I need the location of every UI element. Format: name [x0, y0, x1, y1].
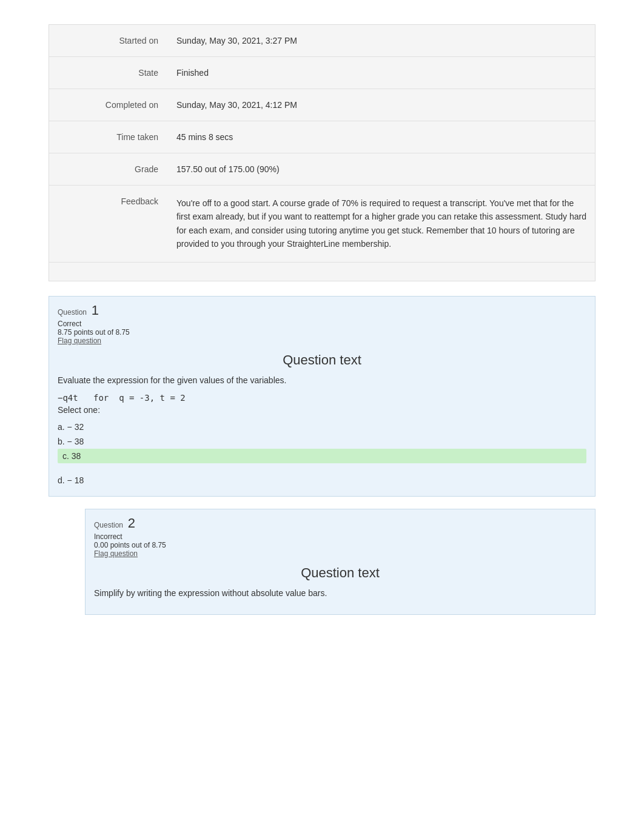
question-1-status: Correct — [58, 320, 586, 328]
summary-table: Started on Sunday, May 30, 2021, 3:27 PM… — [49, 25, 595, 263]
started-on-row: Started on Sunday, May 30, 2021, 3:27 PM — [49, 25, 595, 57]
question-1-flag[interactable]: Flag question — [58, 337, 586, 345]
state-row: State Finished — [49, 57, 595, 89]
feedback-label: Feedback — [49, 186, 170, 263]
question-2-description: Simplify by writing the expression witho… — [94, 587, 586, 600]
question-2-flag[interactable]: Flag question — [94, 549, 586, 558]
question-1-description: Evaluate the expression for the given va… — [58, 374, 586, 387]
question-1-number: 1 — [92, 303, 99, 318]
question-2-body: Simplify by writing the expression witho… — [86, 583, 595, 614]
started-on-label: Started on — [49, 25, 170, 57]
completed-on-label: Completed on — [49, 89, 170, 121]
question-1-title: Question text — [49, 347, 595, 371]
question-2-title: Question text — [86, 560, 595, 583]
started-on-value: Sunday, May 30, 2021, 3:27 PM — [170, 25, 595, 57]
question-2-points: 0.00 points out of 8.75 — [94, 541, 586, 549]
time-taken-value: 45 mins 8 secs — [170, 121, 595, 153]
question-2-header: Question 2 Incorrect 0.00 points out of … — [86, 509, 595, 560]
question-1-points: 8.75 points out of 8.75 — [58, 328, 586, 337]
question-1-expression: −q4t for q = -3, t = 2 — [58, 393, 586, 403]
question-1-block: Question 1 Correct 8.75 points out of 8.… — [49, 296, 595, 497]
question-1-option-a: a. − 32 — [58, 420, 586, 434]
state-label: State — [49, 57, 170, 89]
question-2-number: 2 — [128, 515, 135, 531]
state-value: Finished — [170, 57, 595, 89]
question-1-option-b: b. − 38 — [58, 434, 586, 449]
question-1-label: Question — [58, 308, 87, 317]
time-taken-label: Time taken — [49, 121, 170, 153]
feedback-row: Feedback You're off to a good start. A c… — [49, 186, 595, 263]
question-2-label: Question — [94, 521, 123, 529]
question-1-option-c: c. 38 — [58, 449, 586, 463]
grade-value: 157.50 out of 175.00 (90%) — [170, 153, 595, 186]
feedback-value: You're off to a good start. A course gra… — [170, 186, 595, 263]
question-2-number-line: Question 2 — [94, 515, 586, 531]
question-1-select-one: Select one: — [58, 405, 586, 415]
question-2-block: Question 2 Incorrect 0.00 points out of … — [85, 509, 595, 615]
completed-on-row: Completed on Sunday, May 30, 2021, 4:12 … — [49, 89, 595, 121]
question-1-option-d: d. − 18 — [58, 473, 586, 488]
question-1-body: Evaluate the expression for the given va… — [49, 371, 595, 496]
grade-row: Grade 157.50 out of 175.00 (90%) — [49, 153, 595, 186]
summary-box: Started on Sunday, May 30, 2021, 3:27 PM… — [49, 24, 595, 281]
question-1-number-line: Question 1 — [58, 303, 586, 318]
question-1-outer: Question 1 Correct 8.75 points out of 8.… — [49, 296, 595, 497]
question-2-outer: Question 2 Incorrect 0.00 points out of … — [85, 509, 595, 615]
question-2-status: Incorrect — [94, 532, 586, 541]
completed-on-value: Sunday, May 30, 2021, 4:12 PM — [170, 89, 595, 121]
question-1-header: Question 1 Correct 8.75 points out of 8.… — [49, 297, 595, 347]
grade-label: Grade — [49, 153, 170, 186]
time-taken-row: Time taken 45 mins 8 secs — [49, 121, 595, 153]
